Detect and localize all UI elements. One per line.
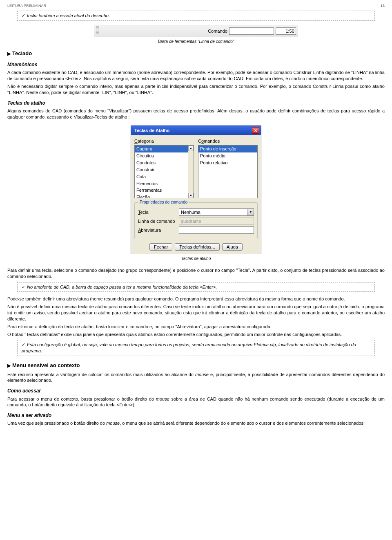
command-input[interactable] — [229, 27, 274, 35]
tecla-value: Nenhuma — [179, 209, 247, 215]
triangle-icon: ▶ — [7, 363, 11, 368]
note-barra-espaco: ✓No ambiente de CAD, a barra de espaço p… — [17, 282, 375, 292]
list-item[interactable]: Condutos — [135, 159, 194, 166]
linha-comando-field: quadrante — [179, 217, 254, 225]
fechar-button[interactable]: Fechar — [149, 243, 172, 251]
heading-mnemonicos: Mnemônicos — [7, 61, 385, 68]
list-item[interactable]: Ferramentas — [135, 187, 194, 194]
list-item[interactable]: Fiação — [135, 194, 194, 198]
triangle-icon: ▶ — [7, 51, 11, 56]
dialog-titlebar[interactable]: Teclas de Atalho ✕ — [131, 126, 261, 135]
groupbox-title: Propriedades do comando — [138, 199, 189, 205]
section-menu-title: Menu sensível ao contexto — [12, 362, 80, 368]
tecla-combo[interactable]: Nenhuma ▾ — [179, 208, 254, 216]
para-duplicado: Não é possível definir uma mesma tecla d… — [7, 304, 385, 322]
list-item[interactable]: Cota — [135, 173, 194, 180]
scroll-down-icon[interactable]: ▼ — [188, 193, 194, 198]
section-menu-contexto: ▶Menu sensível ao contexto — [7, 362, 385, 369]
ajuda-button[interactable]: Ajuda — [222, 243, 243, 251]
list-item[interactable]: Ponto de inserção — [198, 146, 257, 152]
chevron-down-icon[interactable]: ▾ — [247, 209, 254, 215]
para-mnem-1: A cada comando existente no CAD, é assoc… — [7, 69, 385, 82]
para-eliminar: Para eliminar a definição da tecla de at… — [7, 324, 385, 330]
scroll-up-icon[interactable]: ▲ — [188, 146, 194, 151]
close-icon[interactable]: ✕ — [252, 127, 259, 134]
abreviatura-label: Abreviatura — [138, 227, 179, 233]
heading-menu-ativado: Menu a ser ativado — [7, 412, 385, 419]
categoria-label: Categoria — [134, 138, 194, 144]
command-label: Comando — [208, 28, 227, 34]
groupbox-propriedades: Propriedades do comando Tecla Nenhuma ▾ … — [134, 202, 258, 239]
comandos-listbox[interactable]: Ponto de inserção Ponto médio Ponto rela… — [198, 145, 258, 198]
list-item[interactable]: Ponto relativo — [198, 159, 257, 166]
list-item[interactable]: Elementos — [135, 180, 194, 187]
toolbar-caption: Barra de ferramentas "Linha de comando" — [7, 39, 385, 45]
para-teclas: Alguns comandos do CAD (comandos do menu… — [7, 108, 385, 120]
list-item[interactable]: Captura — [135, 146, 194, 152]
note-escala: ✓Inclui também a escala atual do desenho… — [17, 11, 375, 21]
para-como-acessar: Para acessar o menu de contexto, basta p… — [7, 396, 385, 408]
list-item[interactable]: Circuitos — [135, 152, 194, 159]
check-icon: ✓ — [22, 13, 25, 18]
section-teclado: ▶Teclado — [7, 50, 385, 57]
dialog-caption: Teclas de atalho — [7, 256, 385, 262]
para-abreviatura: Pode-se também definir uma abreviatura (… — [7, 296, 385, 302]
list-item[interactable]: Ponto médio — [198, 152, 257, 159]
note-espaco-text: No ambiente de CAD, a barra de espaço pa… — [27, 285, 217, 289]
teclas-definidas-button[interactable]: Teclas definidas... — [175, 243, 219, 251]
comandos-label: Comandos — [198, 138, 258, 144]
para-mnem-2: Não é necessário digitar sempre o comand… — [7, 83, 385, 96]
heading-como-acessar: Como acessar — [7, 388, 385, 394]
note-escala-text: Inclui também a escala atual do desenho. — [27, 13, 110, 18]
scale-input[interactable] — [276, 27, 296, 35]
para-menu-intro: Este recurso apresenta a vantagem de col… — [7, 372, 385, 384]
command-toolbar: Comando — [94, 25, 298, 37]
check-icon: ✓ — [22, 285, 25, 289]
page-header: LEITURA PRELIMINAR 13 — [7, 3, 385, 8]
dialog-teclas-atalho: Teclas de Atalho ✕ Categoria ▲ ▼ Captura… — [131, 125, 261, 254]
tecla-label: Tecla — [138, 209, 179, 215]
note-global-text: Esta configuração é global, ou seja, val… — [22, 342, 356, 353]
scrollbar[interactable]: ▲ ▼ — [188, 146, 194, 198]
dialog-title: Teclas de Atalho — [134, 128, 169, 134]
section-teclado-title: Teclado — [12, 50, 32, 56]
para-definir-tecla: Para definir uma tecla, selecione o coma… — [7, 267, 385, 280]
header-left: LEITURA PRELIMINAR — [7, 3, 46, 8]
abreviatura-input[interactable] — [179, 226, 254, 234]
heading-teclas-atalho: Teclas de atalho — [7, 100, 385, 106]
check-icon: ✓ — [22, 342, 25, 347]
list-item[interactable]: Construir — [135, 166, 194, 173]
command-toolbar-figure: Comando — [7, 25, 385, 37]
note-config-global: ✓Esta configuração é global, ou seja, va… — [17, 340, 375, 356]
categoria-listbox[interactable]: ▲ ▼ Captura Circuitos Condutos Construir… — [134, 145, 194, 198]
toolbar-grip-icon[interactable] — [96, 26, 99, 36]
para-menu-ativado: Uma vez que seja pressionado o botão dir… — [7, 420, 385, 426]
header-page-number: 13 — [381, 3, 385, 8]
linha-comando-label: Linha de comando — [138, 218, 179, 224]
para-teclas-definidas: O botão "Teclas definidas" exibe uma jan… — [7, 332, 385, 338]
